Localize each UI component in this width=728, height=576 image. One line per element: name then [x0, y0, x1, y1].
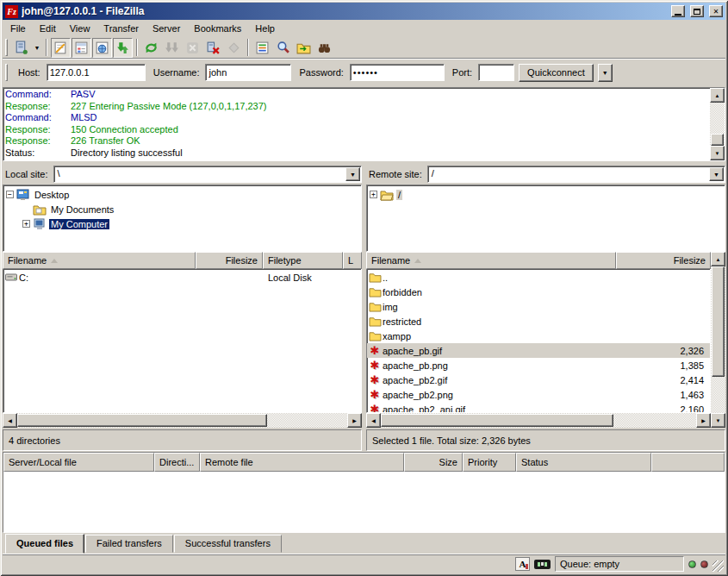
- tree-item-my-computer[interactable]: + My Computer: [6, 216, 361, 231]
- local-status-bar: 4 directories: [3, 429, 362, 451]
- chevron-down-icon[interactable]: ▼: [345, 167, 360, 181]
- scroll-thumb[interactable]: [712, 266, 725, 377]
- menu-transfer[interactable]: Transfer: [96, 22, 146, 35]
- column-filesize[interactable]: Filesize: [616, 252, 711, 269]
- menu-bookmarks[interactable]: Bookmarks: [187, 22, 248, 35]
- filezilla-window: Fz john@127.0.0.1 - FileZilla ✕ File Edi…: [0, 0, 728, 576]
- scroll-thumb[interactable]: [381, 414, 613, 427]
- remote-site-combo[interactable]: / ▼: [427, 166, 725, 183]
- column-filesize[interactable]: Filesize: [196, 252, 263, 269]
- process-queue-button[interactable]: [162, 38, 182, 58]
- scroll-left-button[interactable]: ◀: [3, 413, 17, 428]
- column-last-modified[interactable]: L: [343, 252, 362, 269]
- site-manager-button[interactable]: [11, 38, 31, 58]
- local-site-value: \: [54, 166, 345, 182]
- toggle-log-button[interactable]: [51, 38, 71, 58]
- remote-horizontal-scrollbar[interactable]: ◀ ▶: [366, 413, 711, 428]
- column-remote-file[interactable]: Remote file: [200, 453, 404, 472]
- disconnect-button[interactable]: [203, 38, 223, 58]
- remote-file-row[interactable]: ✱ apache_pb2_ani.gif 2,160: [367, 402, 710, 413]
- column-filetype[interactable]: Filetype: [263, 252, 343, 269]
- tree-item-root[interactable]: + /: [370, 187, 725, 202]
- speed-limit-indicator-icon: [534, 560, 551, 569]
- remote-file-row[interactable]: restricted: [367, 314, 710, 329]
- expand-icon[interactable]: +: [370, 191, 377, 198]
- toggle-queue-button[interactable]: [113, 38, 133, 58]
- site-manager-dropdown-button[interactable]: ▼: [32, 38, 42, 58]
- remote-file-row[interactable]: xampp: [367, 329, 710, 343]
- column-size[interactable]: Size: [404, 453, 463, 472]
- scroll-up-button[interactable]: ▲: [710, 88, 725, 103]
- remote-file-row[interactable]: img: [367, 299, 710, 314]
- find-files-button[interactable]: [314, 38, 334, 58]
- column-priority[interactable]: Priority: [463, 453, 516, 472]
- cancel-operation-button[interactable]: [183, 38, 202, 58]
- reconnect-button[interactable]: [224, 38, 244, 58]
- username-label: Username:: [150, 67, 202, 78]
- local-horizontal-scrollbar[interactable]: ◀ ▶: [3, 413, 362, 428]
- local-pane: Local site: \ ▼ − Desktop My Documents: [3, 165, 362, 448]
- sync-browsing-icon: [296, 41, 311, 55]
- scroll-left-button[interactable]: ◀: [366, 413, 381, 428]
- scroll-up-button[interactable]: ▲: [711, 252, 725, 266]
- scroll-down-button[interactable]: ▼: [710, 146, 725, 160]
- toggle-remote-tree-button[interactable]: [92, 38, 112, 58]
- menu-file[interactable]: File: [3, 22, 33, 35]
- menu-server[interactable]: Server: [146, 22, 187, 35]
- tab-successful-transfers[interactable]: Successful transfers: [174, 535, 282, 553]
- port-input[interactable]: [478, 64, 514, 81]
- password-input[interactable]: [350, 64, 445, 81]
- local-list-header: Filename Filesize Filetype L: [3, 252, 362, 269]
- local-site-row: Local site: \ ▼: [3, 165, 362, 184]
- tree-item-my-documents[interactable]: My Documents: [6, 202, 361, 216]
- scroll-thumb[interactable]: [711, 134, 724, 146]
- image-file-icon: ✱: [367, 389, 383, 400]
- maximize-button[interactable]: [690, 5, 704, 17]
- column-filename[interactable]: Filename: [3, 252, 196, 269]
- scroll-right-button[interactable]: ▶: [696, 413, 711, 428]
- remote-file-row[interactable]: ✱ apache_pb.png 1,385: [367, 358, 710, 373]
- refresh-button[interactable]: [141, 38, 161, 58]
- scroll-right-button[interactable]: ▶: [347, 413, 362, 428]
- log-scrollbar[interactable]: ▲ ▼: [710, 88, 725, 160]
- local-site-combo[interactable]: \ ▼: [53, 166, 362, 183]
- menu-help[interactable]: Help: [248, 22, 282, 35]
- quickconnect-dropdown-button[interactable]: ▼: [598, 64, 613, 82]
- scroll-down-button[interactable]: ▼: [711, 413, 725, 428]
- remote-vertical-scrollbar[interactable]: ▲ ▼: [711, 252, 725, 428]
- column-status[interactable]: Status: [516, 453, 651, 472]
- quickconnect-bar: Host: Username: Password: Port: Quickcon…: [3, 59, 725, 85]
- remote-file-row-selected[interactable]: ✱ apache_pb.gif 2,326: [367, 343, 710, 358]
- remote-file-row[interactable]: ✱ apache_pb2.gif 2,414: [367, 373, 710, 387]
- tab-queued-files[interactable]: Queued files: [5, 534, 84, 554]
- minimize-button[interactable]: [671, 5, 685, 17]
- toggle-local-tree-button[interactable]: [72, 38, 91, 58]
- host-input[interactable]: [47, 64, 146, 81]
- column-server-local-file[interactable]: Server/Local file: [3, 453, 154, 472]
- column-direction[interactable]: Directi...: [154, 453, 200, 472]
- quickbar-grip: [5, 64, 8, 81]
- reconnect-icon: [227, 41, 241, 55]
- menu-edit[interactable]: Edit: [33, 22, 63, 35]
- column-filename[interactable]: Filename: [366, 252, 616, 269]
- resize-grip[interactable]: [712, 560, 724, 572]
- maximize-icon: [694, 9, 700, 15]
- remote-file-row[interactable]: forbidden: [367, 285, 710, 299]
- local-file-row[interactable]: C: Local Disk: [3, 270, 361, 285]
- remote-file-row[interactable]: ✱ apache_pb2.png 1,463: [367, 387, 710, 402]
- collapse-icon[interactable]: −: [6, 191, 14, 198]
- username-input[interactable]: [205, 64, 291, 81]
- synchronized-browsing-button[interactable]: [294, 38, 314, 58]
- my-documents-icon: [33, 203, 47, 216]
- close-button[interactable]: ✕: [709, 5, 723, 17]
- tab-failed-transfers[interactable]: Failed transfers: [85, 535, 173, 553]
- quickconnect-button[interactable]: Quickconnect: [519, 64, 594, 82]
- remote-file-row[interactable]: ..: [367, 270, 710, 285]
- chevron-down-icon[interactable]: ▼: [709, 167, 724, 181]
- directory-comparison-button[interactable]: [273, 38, 293, 58]
- scroll-thumb[interactable]: [17, 414, 267, 427]
- menu-view[interactable]: View: [63, 22, 97, 35]
- filter-button[interactable]: [252, 38, 272, 58]
- expand-icon[interactable]: +: [22, 220, 30, 228]
- tree-item-desktop[interactable]: − Desktop: [6, 187, 361, 202]
